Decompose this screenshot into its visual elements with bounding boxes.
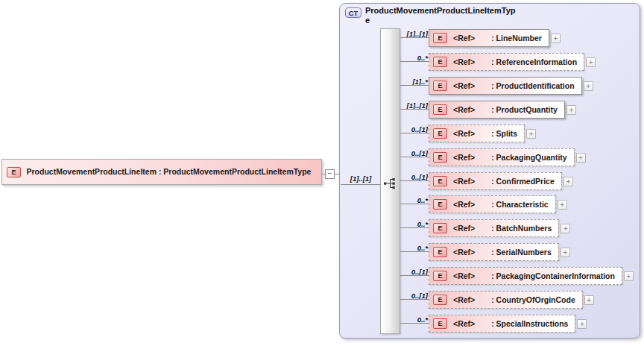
complex-type-title: ProductMovementProductLineItemType	[365, 6, 518, 25]
expand-icon[interactable]: +	[584, 81, 593, 91]
element-name: : SerialNumbers	[491, 248, 552, 257]
connector-line	[400, 180, 429, 181]
connector-line	[400, 37, 429, 38]
sequence-icon[interactable]	[383, 177, 397, 189]
connector-line	[400, 61, 429, 62]
element-name: : Splits	[491, 129, 517, 138]
connector-line	[400, 85, 429, 86]
root-element-label: ProductMovementProductLineItem : Product…	[21, 167, 317, 177]
child-element-row: 0..[1] E <Ref> : PackagingContainerInfor…	[400, 267, 634, 285]
connector: 0..*	[400, 219, 429, 237]
element-badge: E	[433, 152, 447, 163]
element-badge: E	[433, 176, 447, 186]
ref-label: <Ref>	[453, 153, 475, 162]
element-name: : LineNumber	[491, 34, 542, 43]
element-badge: E	[433, 247, 447, 257]
child-element-box[interactable]: E <Ref> : ReferenceInformation	[429, 53, 584, 71]
expand-icon[interactable]: +	[584, 295, 594, 305]
element-name: : ReferenceInformation	[491, 57, 577, 66]
connector: 0..[1]	[400, 148, 429, 166]
connector-line	[341, 184, 380, 185]
element-badge: E	[433, 57, 447, 67]
child-element-row: [1]..[1] E <Ref> : LineNumber +	[400, 29, 561, 47]
connector: 0..[1]	[400, 172, 429, 190]
ref-label: <Ref>	[453, 177, 475, 186]
expand-icon[interactable]: +	[558, 200, 567, 210]
connector-line	[400, 251, 429, 252]
element-badge: E	[433, 33, 447, 43]
ref-label: <Ref>	[453, 271, 475, 280]
child-element-box[interactable]: E <Ref> : Characteristic	[429, 195, 556, 213]
element-badge: E	[433, 295, 447, 305]
ref-label: <Ref>	[453, 57, 475, 66]
connector: [1]..[1]	[400, 29, 429, 47]
element-name: : ProductIdentification	[491, 81, 574, 90]
child-element-box[interactable]: E <Ref> : BatchNumbers	[429, 219, 559, 237]
element-name: : Characteristic	[491, 200, 548, 209]
element-name: : ProductQuantity	[491, 105, 558, 114]
element-name: : PackagingQuantity	[491, 153, 567, 162]
child-element-box[interactable]: E <Ref> : PackagingQuantity	[429, 148, 575, 166]
child-element-box[interactable]: E <Ref> : PackagingContainerInformation	[429, 267, 622, 285]
entry-cardinality-label: [1]..[1]	[343, 174, 379, 183]
child-element-row: 0..* E <Ref> : SerialNumbers +	[400, 243, 570, 261]
complex-type-container: CT ProductMovementProductLineItemType [1…	[339, 3, 640, 339]
child-element-box[interactable]: E <Ref> : ProductQuantity	[429, 101, 565, 119]
element-badge: E	[433, 104, 447, 115]
child-element-box[interactable]: E <Ref> : LineNumber	[429, 29, 549, 47]
complex-type-badge: CT	[345, 7, 362, 18]
expand-icon[interactable]: +	[576, 153, 586, 163]
connector-line	[400, 204, 429, 204]
connector: [1]..[1]	[400, 101, 429, 119]
element-name: : CountryOfOrginCode	[491, 295, 575, 304]
ref-label: <Ref>	[453, 224, 475, 233]
ref-label: <Ref>	[453, 319, 475, 328]
connector-line	[400, 109, 429, 110]
connector: 0..[1]	[400, 291, 429, 309]
collapse-icon[interactable]: −	[325, 169, 335, 179]
xsd-diagram: E ProductMovementProductLineItem : Produ…	[0, 0, 644, 346]
child-element-box[interactable]: E <Ref> : SerialNumbers	[429, 243, 559, 261]
connector: 0..*	[400, 53, 429, 71]
child-element-box[interactable]: E <Ref> : ProductIdentification	[429, 77, 582, 95]
ref-label: <Ref>	[453, 295, 475, 304]
connector-line	[400, 227, 429, 228]
element-badge: E	[433, 271, 447, 281]
element-name: : SpecialInstructions	[491, 319, 568, 328]
connector-line	[400, 133, 429, 133]
connector: 0..*	[400, 195, 429, 213]
expand-icon[interactable]: +	[624, 271, 634, 281]
ref-label: <Ref>	[453, 105, 475, 114]
child-element-box[interactable]: E <Ref> : ConfirmedPrice	[429, 172, 562, 190]
child-element-row: 0..* E <Ref> : ReferenceInformation +	[400, 53, 596, 71]
connector: 0..*	[400, 315, 429, 333]
ref-label: <Ref>	[453, 34, 475, 43]
element-name: : ConfirmedPrice	[491, 177, 555, 186]
child-element-row: [1]..[1] E <Ref> : ProductQuantity +	[400, 101, 576, 119]
child-element-row: 0..[1] E <Ref> : PackagingQuantity +	[400, 148, 586, 166]
child-element-box[interactable]: E <Ref> : Splits	[429, 125, 525, 142]
expand-icon[interactable]: +	[551, 34, 561, 43]
root-element[interactable]: E ProductMovementProductLineItem : Produ…	[1, 159, 322, 185]
child-element-row: 0..[1] E <Ref> : ConfirmedPrice +	[400, 172, 573, 190]
child-element-box[interactable]: E <Ref> : SpecialInstructions	[429, 315, 575, 333]
ref-label: <Ref>	[453, 129, 475, 138]
expand-icon[interactable]: +	[564, 177, 573, 186]
child-element-row: 0..* E <Ref> : SpecialInstructions +	[400, 315, 587, 333]
element-badge: E	[433, 223, 447, 233]
expand-icon[interactable]: +	[561, 248, 570, 257]
child-element-row: 0..[1] E <Ref> : Splits +	[400, 125, 536, 142]
expand-icon[interactable]: +	[586, 57, 596, 67]
expand-icon[interactable]: +	[566, 105, 576, 115]
ref-label: <Ref>	[453, 248, 475, 257]
element-badge: E	[433, 318, 447, 329]
expand-icon[interactable]: +	[526, 129, 536, 139]
expand-icon[interactable]: +	[561, 224, 570, 233]
ref-label: <Ref>	[453, 81, 475, 90]
connector-line	[400, 299, 429, 300]
element-badge: E	[7, 167, 21, 177]
expand-icon[interactable]: +	[577, 319, 587, 329]
child-element-box[interactable]: E <Ref> : CountryOfOrginCode	[429, 291, 583, 309]
element-badge: E	[433, 81, 447, 91]
connector-line	[400, 275, 429, 276]
